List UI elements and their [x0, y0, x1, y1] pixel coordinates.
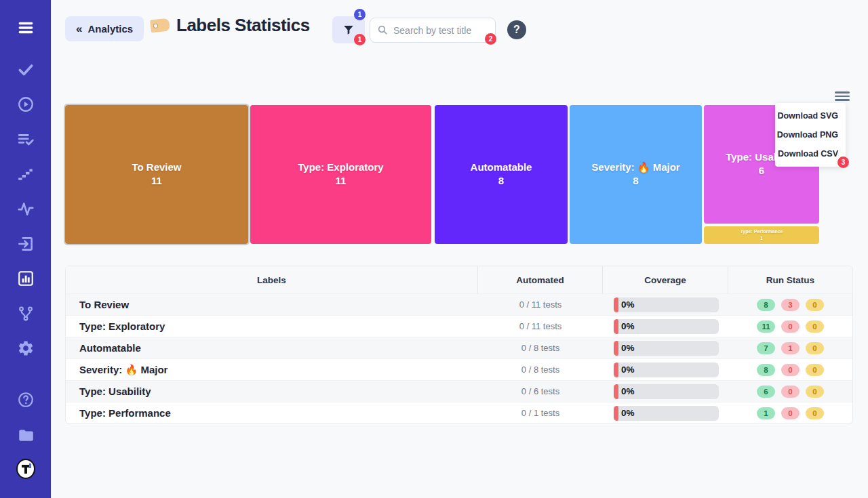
bar-chart-icon[interactable]: [16, 269, 35, 288]
column-header-run-status: Run Status: [728, 266, 852, 293]
skipped-badge: 0: [806, 299, 824, 311]
help-button[interactable]: ?: [507, 20, 526, 39]
coverage-fill: [614, 297, 618, 312]
run-status-cell: 11 0 0: [728, 316, 852, 337]
treemap-value: 6: [759, 164, 764, 178]
import-icon[interactable]: [16, 234, 35, 253]
filter-badge-bottom: 1: [354, 34, 366, 45]
coverage-percent: 0%: [621, 362, 635, 377]
coverage-cell: 0%: [603, 294, 728, 315]
activity-icon[interactable]: [16, 199, 35, 218]
back-button-label: Analytics: [87, 23, 133, 35]
skipped-badge: 0: [806, 407, 824, 419]
treemap-block-type-exploratory[interactable]: Type: Exploratory 11: [250, 105, 431, 244]
list-check-icon[interactable]: [16, 130, 35, 149]
table-row[interactable]: Type: Performance 0 / 1 tests 0% 1 0 0: [66, 402, 852, 423]
treemap-block-to-review[interactable]: To Review 11: [65, 105, 248, 244]
passed-badge: 7: [757, 342, 775, 354]
labels-table: Labels Automated Coverage Run Status To …: [65, 266, 853, 424]
help-circle-icon[interactable]: [16, 390, 35, 409]
chart-download-menu: Download SVG Download PNG Download CSV: [775, 103, 846, 167]
automated-cell: 0 / 11 tests: [478, 294, 603, 315]
run-status-cell: 8 0 0: [728, 359, 852, 380]
treemap-block-automatable[interactable]: Automatable 8: [435, 105, 568, 244]
labels-treemap: To Review 11 Type: Exploratory 11 Automa…: [65, 105, 819, 244]
gear-icon[interactable]: [16, 339, 35, 358]
run-status-cell: 8 3 0: [728, 294, 852, 315]
table-row[interactable]: Automatable 0 / 8 tests 0% 7 1 0: [66, 337, 852, 358]
coverage-cell: 0%: [603, 381, 728, 402]
failed-badge: 1: [781, 342, 800, 354]
check-icon[interactable]: [16, 60, 35, 79]
coverage-bar: 0%: [614, 406, 719, 421]
column-header-coverage: Coverage: [603, 266, 728, 293]
label-cell: Type: Performance: [66, 402, 478, 423]
git-branch-icon[interactable]: [16, 304, 35, 323]
steps-icon[interactable]: [16, 165, 35, 184]
treemap-block-type-performance[interactable]: Type: Performance 1: [704, 226, 819, 244]
table-row[interactable]: Type: Exploratory 0 / 11 tests 0% 11 0 0: [66, 315, 852, 337]
label-cell: To Review: [66, 294, 478, 315]
treemap-label: Type: Performance: [741, 228, 783, 236]
testomat-logo[interactable]: [16, 459, 35, 478]
treemap-value: 8: [633, 174, 638, 188]
search-wrap: [370, 18, 496, 43]
menu-item-download-csv[interactable]: Download CSV: [775, 144, 846, 163]
menu-item-download-svg[interactable]: Download SVG: [775, 106, 846, 125]
search-badge: 2: [485, 33, 496, 45]
table-row[interactable]: Severity: 🔥 Major 0 / 8 tests 0% 8 0 0: [66, 358, 852, 380]
column-header-automated: Automated: [478, 266, 603, 293]
coverage-percent: 0%: [621, 384, 635, 399]
treemap-value: 11: [151, 174, 162, 188]
run-status-cell: 6 0 0: [728, 381, 852, 402]
coverage-percent: 0%: [621, 297, 635, 312]
passed-badge: 8: [757, 364, 775, 376]
skipped-badge: 0: [806, 386, 824, 398]
table-row[interactable]: To Review 0 / 11 tests 0% 8 3 0: [66, 293, 852, 315]
search-input[interactable]: [370, 18, 496, 43]
coverage-bar: 0%: [614, 384, 719, 399]
back-to-analytics-button[interactable]: « Analytics: [65, 16, 144, 41]
label-cell: Automatable: [66, 337, 478, 358]
failed-badge: 0: [781, 364, 800, 376]
label-cell: Type: Exploratory: [66, 316, 478, 337]
treemap-block-severity-major[interactable]: Severity: 🔥 Major 8: [570, 105, 702, 244]
coverage-cell: 0%: [603, 402, 728, 423]
treemap-label: Automatable: [471, 161, 532, 174]
failed-badge: 0: [781, 320, 800, 333]
skipped-badge: 0: [806, 342, 824, 354]
sidebar: [0, 0, 51, 498]
coverage-cell: 0%: [603, 337, 728, 358]
treemap-value: 11: [336, 174, 347, 188]
coverage-bar: 0%: [614, 341, 719, 356]
play-circle-icon[interactable]: [16, 95, 35, 114]
menu-icon[interactable]: [16, 18, 35, 37]
automated-cell: 0 / 6 tests: [478, 381, 603, 402]
funnel-icon: [342, 24, 355, 36]
coverage-cell: 0%: [603, 316, 728, 337]
failed-badge: 0: [781, 386, 800, 398]
label-cell: Type: Usability: [66, 381, 478, 402]
automated-cell: 0 / 8 tests: [478, 337, 603, 358]
folder-icon[interactable]: [16, 426, 35, 444]
label-cell: Severity: 🔥 Major: [66, 359, 478, 380]
failed-badge: 3: [781, 299, 800, 311]
skipped-badge: 0: [806, 320, 824, 333]
coverage-fill: [614, 406, 618, 421]
title-wrap: Labels Statistics: [151, 15, 310, 36]
chart-menu-icon[interactable]: [835, 89, 850, 102]
treemap-label: Severity: 🔥 Major: [591, 161, 679, 174]
chevrons-left-icon: «: [76, 22, 82, 36]
run-status-cell: 7 1 0: [728, 337, 852, 358]
table-row[interactable]: Type: Usability 0 / 6 tests 0% 6 0 0: [66, 380, 852, 402]
table-header-row: Labels Automated Coverage Run Status: [66, 266, 852, 293]
passed-badge: 11: [757, 320, 775, 333]
label-tag-icon: [150, 18, 170, 33]
automated-cell: 0 / 11 tests: [478, 316, 603, 337]
menu-item-download-png[interactable]: Download PNG: [775, 125, 846, 144]
passed-badge: 8: [757, 299, 775, 311]
coverage-fill: [614, 384, 618, 399]
treemap-value: 8: [498, 174, 504, 188]
page-title: Labels Statistics: [176, 15, 310, 36]
automated-cell: 0 / 1 tests: [478, 402, 603, 423]
